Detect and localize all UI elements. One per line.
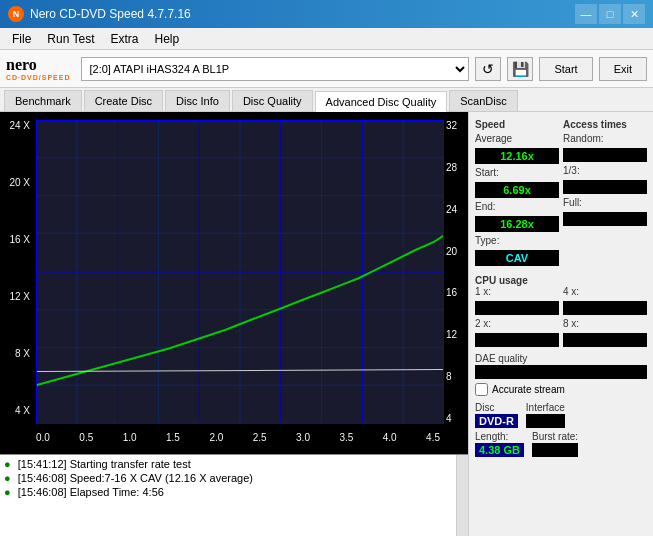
tab-advanced-disc-quality[interactable]: Advanced Disc Quality	[315, 91, 448, 112]
x-3.0: 3.0	[296, 432, 310, 443]
cpu-usage-section: CPU usage 1 x: 2 x: 4 x: 8 x:	[475, 272, 647, 347]
chart-wrapper: 24 X 20 X 16 X 12 X 8 X 4 X	[0, 112, 468, 454]
log-entry-0: ● [15:41:12] Starting transfer rate test	[4, 457, 452, 471]
accurate-stream-section: Accurate stream	[475, 383, 647, 396]
chart-svg	[36, 120, 444, 424]
speed-column: Speed Average 12.16x Start: 6.69x End: 1…	[475, 116, 559, 266]
y-label-12: 12 X	[9, 291, 30, 302]
log-list[interactable]: ● [15:41:12] Starting transfer rate test…	[0, 455, 456, 533]
accurate-stream-label: Accurate stream	[492, 384, 565, 395]
type-value: CAV	[475, 250, 559, 266]
x4-value	[563, 301, 647, 315]
disc-length-row: Length: 4.38 GB Burst rate:	[475, 431, 647, 457]
y-right-32: 32	[446, 120, 457, 131]
x-3.5: 3.5	[339, 432, 353, 443]
start-label: Start:	[475, 167, 559, 178]
title-bar: N Nero CD-DVD Speed 4.7.7.16 — □ ✕	[0, 0, 653, 28]
x-0.5: 0.5	[79, 432, 93, 443]
random-value	[563, 148, 647, 162]
disc-type-heading: Disc	[475, 402, 518, 413]
cpu-usage-title: CPU usage	[475, 275, 647, 286]
logo-nero: nero	[6, 56, 37, 74]
disc-type-section: Disc DVD-R	[475, 402, 518, 428]
cpu-usage-row: 1 x: 2 x: 4 x: 8 x:	[475, 286, 647, 347]
interface-section: Interface	[526, 402, 565, 428]
y-right-8: 8	[446, 371, 452, 382]
y-right-20: 20	[446, 246, 457, 257]
average-label: Average	[475, 133, 559, 144]
menu-run-test[interactable]: Run Test	[39, 30, 102, 48]
accurate-stream-checkbox[interactable]	[475, 383, 488, 396]
full-value	[563, 212, 647, 226]
log-time-2: [15:46:08]	[18, 486, 67, 498]
y-axis-right: 32 28 24 20 16 12 8 4	[444, 120, 464, 424]
maximize-button[interactable]: □	[599, 4, 621, 24]
burst-rate-value	[532, 443, 578, 457]
exit-button[interactable]: Exit	[599, 57, 647, 81]
tab-disc-quality[interactable]: Disc Quality	[232, 90, 313, 111]
drive-select[interactable]: [2:0] ATAPI iHAS324 A BL1P	[81, 57, 470, 81]
menu-help[interactable]: Help	[147, 30, 188, 48]
disc-type-value: DVD-R	[475, 414, 518, 428]
disc-section: Disc DVD-R Interface Length: 4.38 GB Bur…	[475, 402, 647, 457]
end-label: End:	[475, 201, 559, 212]
start-value: 6.69x	[475, 182, 559, 198]
cpu-col-2: 4 x: 8 x:	[563, 286, 647, 347]
y-right-12: 12	[446, 329, 457, 340]
tab-scandisc[interactable]: ScanDisc	[449, 90, 517, 111]
x1-value	[475, 301, 559, 315]
title-text: Nero CD-DVD Speed 4.7.7.16	[30, 7, 191, 21]
log-icon-1: ●	[4, 472, 11, 484]
burst-rate-section: Burst rate:	[532, 431, 578, 457]
access-times-title: Access times	[563, 119, 647, 130]
x-2.0: 2.0	[209, 432, 223, 443]
close-button[interactable]: ✕	[623, 4, 645, 24]
disc-info-row: Disc DVD-R Interface	[475, 402, 647, 428]
menu-extra[interactable]: Extra	[102, 30, 146, 48]
log-scrollbar[interactable]	[456, 455, 468, 536]
save-button[interactable]: 💾	[507, 57, 533, 81]
toolbar: nero CD·DVD/SPEED [2:0] ATAPI iHAS324 A …	[0, 50, 653, 88]
interface-value	[526, 414, 565, 428]
log-text-1: Speed:7-16 X CAV (12.16 X average)	[70, 472, 253, 484]
log-entry-2: ● [15:46:08] Elapsed Time: 4:56	[4, 485, 452, 499]
end-value: 16.28x	[475, 216, 559, 232]
log-text-0: Starting transfer rate test	[70, 458, 191, 470]
dae-quality-value	[475, 365, 647, 379]
log-section: ● [15:41:12] Starting transfer rate test…	[0, 454, 468, 536]
y-label-8: 8 X	[15, 348, 30, 359]
logo-subtitle: CD·DVD/SPEED	[6, 74, 71, 81]
tab-disc-info[interactable]: Disc Info	[165, 90, 230, 111]
y-label-4: 4 X	[15, 405, 30, 416]
tab-benchmark[interactable]: Benchmark	[4, 90, 82, 111]
dae-quality-label: DAE quality	[475, 353, 647, 364]
left-panel: 24 X 20 X 16 X 12 X 8 X 4 X	[0, 112, 468, 536]
minimize-button[interactable]: —	[575, 4, 597, 24]
log-text-2: Elapsed Time: 4:56	[70, 486, 164, 498]
x-0.0: 0.0	[36, 432, 50, 443]
x2-value	[475, 333, 559, 347]
interface-label: Interface	[526, 402, 565, 413]
y-right-28: 28	[446, 162, 457, 173]
y-axis-left: 24 X 20 X 16 X 12 X 8 X 4 X	[0, 120, 32, 416]
access-times-column: Access times Random: 1/3: Full:	[563, 116, 647, 266]
full-label: Full:	[563, 197, 647, 208]
menu-bar: File Run Test Extra Help	[0, 28, 653, 50]
x1-label: 1 x:	[475, 286, 559, 297]
log-time-1: [15:46:08]	[18, 472, 67, 484]
log-time-0: [15:41:12]	[18, 458, 67, 470]
disc-length-section: Length: 4.38 GB	[475, 431, 524, 457]
refresh-button[interactable]: ↺	[475, 57, 501, 81]
y-label-24: 24 X	[9, 120, 30, 131]
tab-create-disc[interactable]: Create Disc	[84, 90, 163, 111]
x8-label: 8 x:	[563, 318, 647, 329]
log-entry-1: ● [15:46:08] Speed:7-16 X CAV (12.16 X a…	[4, 471, 452, 485]
x8-value	[563, 333, 647, 347]
speed-title: Speed	[475, 119, 559, 130]
y-label-20: 20 X	[9, 177, 30, 188]
cpu-col-1: 1 x: 2 x:	[475, 286, 559, 347]
menu-file[interactable]: File	[4, 30, 39, 48]
start-button[interactable]: Start	[539, 57, 592, 81]
x-1.5: 1.5	[166, 432, 180, 443]
x4-label: 4 x:	[563, 286, 647, 297]
